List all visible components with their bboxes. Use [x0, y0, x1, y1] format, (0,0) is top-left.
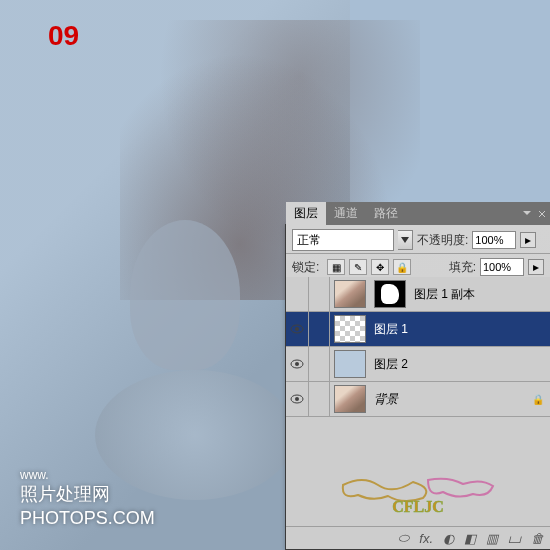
layers-panel: 图层 通道 路径 不透明度: ▸ 锁定: ▦ ✎ ✥ 🔒 填充: ▸ 图层 1 … — [285, 224, 550, 550]
layer-name[interactable]: 背景 — [374, 391, 532, 408]
lock-pixels-icon[interactable]: ✎ — [349, 259, 367, 275]
lock-all-icon[interactable]: 🔒 — [393, 259, 411, 275]
step-number: 09 — [48, 20, 79, 52]
link-layers-icon[interactable]: ⬭ — [398, 530, 409, 546]
link-cell — [309, 347, 330, 381]
fx-icon[interactable]: fx. — [419, 531, 433, 546]
link-cell — [309, 312, 330, 346]
layer-thumbnail[interactable] — [334, 315, 366, 343]
panel-tabs: 图层 通道 路径 — [286, 202, 550, 225]
layer-row[interactable]: 图层 1 副本 — [286, 277, 550, 312]
layer-name[interactable]: 图层 1 副本 — [414, 286, 550, 303]
layer-thumbnail[interactable] — [334, 385, 366, 413]
layer-row[interactable]: 背景🔒 — [286, 382, 550, 417]
trash-icon[interactable]: 🗑 — [531, 531, 544, 546]
lock-transparency-icon[interactable]: ▦ — [327, 259, 345, 275]
visibility-toggle[interactable] — [286, 312, 309, 346]
watermark-prefix: www. — [20, 468, 155, 484]
svg-point-1 — [295, 327, 299, 331]
visibility-toggle[interactable] — [286, 347, 309, 381]
layer-name[interactable]: 图层 2 — [374, 356, 550, 373]
layer-row[interactable]: 图层 1 — [286, 312, 550, 347]
panel-close-icon[interactable] — [538, 207, 546, 221]
panel-menu-arrow-icon[interactable] — [522, 207, 532, 221]
svg-text:CFLJC: CFLJC — [392, 498, 444, 515]
opacity-input[interactable] — [472, 231, 516, 249]
link-cell — [309, 277, 330, 311]
layer-mask-icon[interactable]: ◐ — [443, 531, 454, 546]
fill-stepper[interactable]: ▸ — [528, 259, 544, 275]
visibility-toggle[interactable] — [286, 382, 309, 416]
layer-row[interactable]: 图层 2 — [286, 347, 550, 382]
layer-tools: ⬭ fx. ◐ ◧ ▥ ⌴ 🗑 — [286, 526, 550, 549]
layer-thumbnail[interactable] — [334, 280, 366, 308]
panel-decoration: CFLJC — [286, 467, 550, 521]
fill-input[interactable] — [480, 258, 524, 276]
opacity-label: 不透明度: — [417, 232, 468, 249]
group-icon[interactable]: ▥ — [486, 531, 498, 546]
link-cell — [309, 382, 330, 416]
tab-layers[interactable]: 图层 — [286, 202, 326, 225]
visibility-toggle[interactable] — [286, 277, 309, 311]
tab-channels[interactable]: 通道 — [326, 202, 366, 225]
blend-mode-dropdown-icon[interactable] — [398, 230, 413, 250]
watermark-main: 照片处理网 — [20, 484, 110, 504]
tab-paths[interactable]: 路径 — [366, 202, 406, 225]
photo-head — [130, 220, 240, 370]
fill-label: 填充: — [449, 259, 476, 276]
lock-position-icon[interactable]: ✥ — [371, 259, 389, 275]
watermark: www. 照片处理网 PHOTOPS.COM — [20, 468, 155, 530]
adjustment-layer-icon[interactable]: ◧ — [464, 531, 476, 546]
svg-point-3 — [295, 362, 299, 366]
watermark-url: PHOTOPS.COM — [20, 508, 155, 528]
blend-mode-select[interactable] — [292, 229, 394, 251]
opacity-stepper[interactable]: ▸ — [520, 232, 536, 248]
layer-thumbnail[interactable] — [334, 350, 366, 378]
lock-indicator-icon: 🔒 — [532, 394, 544, 405]
svg-point-5 — [295, 397, 299, 401]
new-layer-icon[interactable]: ⌴ — [508, 531, 521, 546]
mask-thumbnail[interactable] — [374, 280, 406, 308]
layer-name[interactable]: 图层 1 — [374, 321, 550, 338]
lock-label: 锁定: — [292, 259, 319, 276]
